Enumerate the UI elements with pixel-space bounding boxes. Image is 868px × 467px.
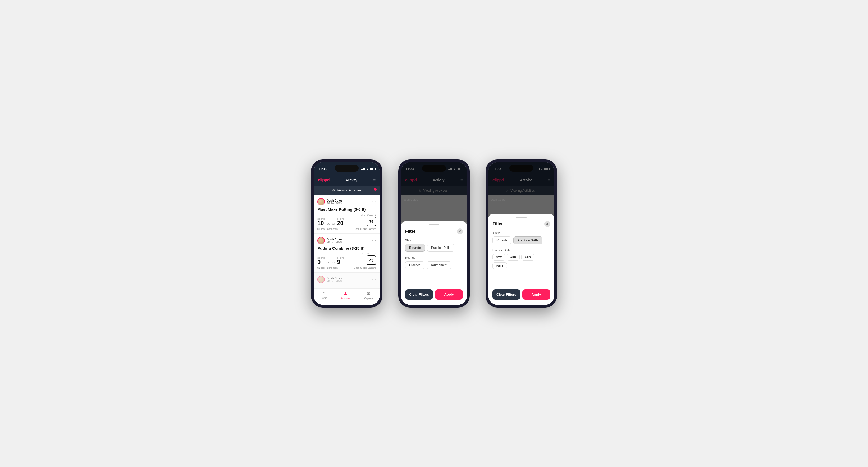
activities-list: Josh Coles 28 Feb 2023 ··· Must Make Put…	[314, 195, 380, 288]
filter-handle-3	[516, 217, 527, 218]
phone-1: 11:33 ▲ clippd Activity	[311, 159, 382, 308]
more-options-2[interactable]: ···	[372, 239, 376, 243]
shots-value-2: 9	[337, 259, 344, 265]
status-icons: ▲	[361, 168, 375, 170]
shot-quality-label-2: Shot Quality	[361, 253, 376, 255]
rounds-toggle-3[interactable]: Rounds	[492, 237, 511, 244]
nav-activities[interactable]: ♟ Activities	[341, 291, 350, 301]
avatar-2	[317, 237, 325, 244]
viewing-bar-text: Viewing Activities	[337, 189, 362, 192]
practice-drills-tags-3: OTT APP ARG PUTT	[492, 254, 550, 269]
filter-sheet-2: Filter ✕ Show Rounds Practice Drills Rou…	[401, 221, 467, 305]
battery-icon	[370, 168, 375, 170]
user-date-1: 28 Feb 2023	[327, 202, 342, 205]
avatar-3	[317, 276, 325, 283]
activity-title-2: Putting Combine (3-15 ft)	[317, 246, 376, 250]
out-of-2: OUT OF	[327, 261, 335, 264]
activities-icon: ♟	[344, 291, 348, 297]
filter-title-3: Filter	[492, 222, 503, 226]
test-info-2[interactable]: i Test Information	[317, 267, 338, 269]
score-value-1: 10	[317, 220, 325, 226]
data-source-2: Data: Clippd Capture	[354, 267, 376, 269]
phones-container: 11:33 ▲ clippd Activity	[311, 159, 557, 308]
info-icon-2: i	[317, 267, 320, 269]
practice-drills-toggle-3[interactable]: Practice Drills	[513, 237, 542, 244]
filter-actions-2: Clear Filters Apply	[405, 289, 463, 300]
dynamic-island	[335, 165, 359, 172]
phone-2: 11:33 ▲ clippd Activity	[398, 159, 470, 308]
filter-close-button-3[interactable]: ✕	[544, 221, 550, 227]
user-date-3: 28 Feb 2023	[327, 280, 342, 283]
shot-quality-badge-1: 75	[367, 217, 376, 226]
shots-value-1: 20	[337, 220, 344, 226]
more-options-1[interactable]: ···	[372, 200, 376, 204]
tag-ott[interactable]: OTT	[492, 254, 505, 261]
out-of-1: OUT OF	[327, 222, 335, 225]
app-navbar-1: clippd Activity ≡	[314, 174, 380, 186]
filter-close-button-2[interactable]: ✕	[457, 228, 463, 234]
activities-label: Activities	[341, 297, 350, 300]
rounds-toggle-2[interactable]: Rounds	[405, 244, 425, 252]
filter-header-2: Filter ✕	[405, 228, 463, 234]
show-label-2: Show	[405, 239, 463, 242]
score-value-2: 0	[317, 259, 325, 265]
practice-drills-section-label-3: Practice Drills	[492, 249, 550, 252]
app-title: Activity	[345, 178, 357, 182]
user-name-1: Josh Coles	[327, 199, 342, 202]
activity-card-2: Josh Coles 28 Feb 2023 ··· Putting Combi…	[314, 234, 380, 273]
apply-button-3[interactable]: Apply	[522, 289, 550, 300]
viewing-bar-1[interactable]: ⚙ Viewing Activities	[314, 186, 380, 195]
show-toggle-group-3: Rounds Practice Drills	[492, 237, 550, 244]
user-name-2: Josh Coles	[327, 238, 342, 241]
data-source-1: Data: Clippd Capture	[354, 228, 376, 230]
status-time: 11:33	[318, 167, 327, 171]
shot-quality-label-1: Shot Quality	[361, 214, 376, 216]
app-logo: clippd	[318, 178, 330, 183]
signal-icon	[361, 168, 365, 170]
test-info-1[interactable]: i Test Information	[317, 228, 338, 230]
home-icon: ⌂	[322, 291, 325, 296]
bottom-nav-1: ⌂ Home ♟ Activities ⊕ Capture	[314, 288, 380, 303]
activity-card-1: Josh Coles 28 Feb 2023 ··· Must Make Put…	[314, 195, 380, 234]
wifi-icon: ▲	[366, 168, 369, 170]
tag-app[interactable]: APP	[507, 254, 520, 261]
hamburger-icon[interactable]: ≡	[373, 178, 376, 183]
user-info-2: Josh Coles 28 Feb 2023	[317, 237, 342, 244]
activity-card-3: Josh Coles 28 Feb 2023 ···	[314, 273, 380, 288]
tournament-option-2[interactable]: Tournament	[427, 261, 451, 269]
filter-actions-3: Clear Filters Apply	[492, 289, 550, 300]
nav-home[interactable]: ⌂ Home	[320, 291, 327, 301]
more-options-3[interactable]: ···	[372, 277, 376, 282]
tag-putt[interactable]: PUTT	[492, 262, 507, 269]
rounds-section-label-2: Rounds	[405, 256, 463, 259]
avatar-1	[317, 198, 325, 206]
filter-overlay-2[interactable]: Filter ✕ Show Rounds Practice Drills Rou…	[401, 162, 467, 305]
phone-3: 11:33 ▲ clippd Activity	[486, 159, 557, 308]
show-toggle-group-2: Rounds Practice Drills	[405, 244, 463, 252]
clear-filters-button-3[interactable]: Clear Filters	[492, 289, 520, 300]
user-info-1: Josh Coles 28 Feb 2023	[317, 198, 342, 206]
shot-quality-badge-2: 45	[367, 255, 376, 265]
notification-dot	[374, 188, 377, 191]
filter-header-3: Filter ✕	[492, 221, 550, 227]
show-label-3: Show	[492, 231, 550, 234]
practice-option-2[interactable]: Practice	[405, 261, 425, 269]
activity-title-1: Must Make Putting (3-6 ft)	[317, 207, 376, 212]
capture-icon: ⊕	[367, 291, 371, 297]
capture-label: Capture	[365, 297, 373, 300]
filter-handle	[429, 224, 439, 225]
filter-icon: ⚙	[332, 189, 335, 192]
nav-capture[interactable]: ⊕ Capture	[365, 291, 373, 301]
apply-button-2[interactable]: Apply	[435, 289, 463, 300]
home-label: Home	[320, 297, 327, 299]
tag-arg[interactable]: ARG	[521, 254, 534, 261]
user-name-3: Josh Coles	[327, 277, 342, 280]
info-icon: i	[317, 228, 320, 230]
clear-filters-button-2[interactable]: Clear Filters	[405, 289, 433, 300]
filter-sheet-3: Filter ✕ Show Rounds Practice Drills Pra…	[488, 214, 554, 305]
user-info-3: Josh Coles 28 Feb 2023	[317, 276, 342, 283]
practice-drills-toggle-2[interactable]: Practice Drills	[427, 244, 454, 252]
rounds-options-2: Practice Tournament	[405, 261, 463, 269]
filter-overlay-3[interactable]: Filter ✕ Show Rounds Practice Drills Pra…	[488, 162, 554, 305]
user-date-2: 28 Feb 2023	[327, 241, 342, 244]
